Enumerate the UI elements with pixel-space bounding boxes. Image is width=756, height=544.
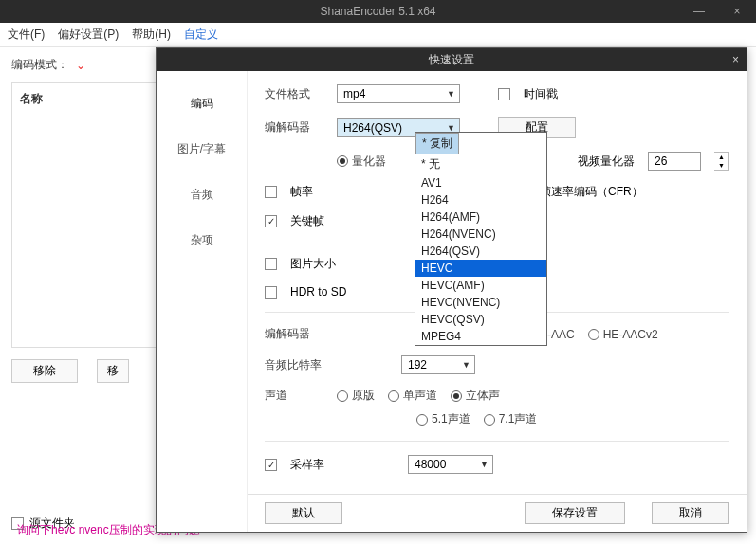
remove-button[interactable]: 移除 [11,359,78,383]
codec-option[interactable]: H264(NVENC) [415,226,546,243]
codec-dropdown[interactable]: * 复制 * 无 AV1 H264 H264(AMF) H264(NVENC) … [415,132,547,346]
dialog-tabs: 编码 图片/字幕 音频 杂项 [157,71,248,532]
fps-checkbox[interactable] [265,186,277,198]
hdr-checkbox[interactable] [265,286,277,299]
channel-label: 声道 [265,388,323,404]
codec-option[interactable]: * 无 [415,154,546,174]
dialog-title: 快速设置 [429,52,474,68]
app-title: ShanaEncoder 5.1 x64 [320,5,435,18]
audio-bitrate-select[interactable]: 192 ▼ [401,355,475,374]
codec-option[interactable]: AV1 [415,174,546,191]
codec-label: 编解码器 [265,119,323,136]
codec-option[interactable]: HEVC(NVENC) [415,294,546,311]
video-quantizer-input[interactable]: 26 [648,152,701,171]
tab-misc[interactable]: 杂项 [157,217,247,263]
channel-71-radio[interactable]: 7.1声道 [484,411,538,427]
menu-file[interactable]: 文件(F) [8,27,45,43]
chevron-down-icon: ▼ [447,123,455,133]
codec-option[interactable]: H264 [415,191,546,209]
close-button[interactable]: × [718,0,756,23]
video-quantizer-label: 视频量化器 [578,154,635,170]
keyframe-checkbox[interactable] [265,215,277,227]
encode-mode-label: 编码模式： [11,57,68,73]
channel-stereo-radio[interactable]: 立体声 [451,388,500,404]
samplerate-value: 48000 [415,458,446,471]
tab-audio[interactable]: 音频 [157,172,247,217]
hdr-label: HDR to SD [290,285,346,299]
channel-mono-radio[interactable]: 单声道 [388,388,437,404]
dialog-content: 文件格式 mp4 ▼ 时间戳 编解码器 H264(QSV) ▼ 配置 [248,71,747,532]
mode-caret-icon[interactable]: ⌄ [76,59,85,72]
main-titlebar: ShanaEncoder 5.1 x64 — × [0,0,756,23]
channel-orig-radio[interactable]: 原版 [337,388,375,404]
menu-custom[interactable]: 自定义 [184,27,218,43]
dialog-close-button[interactable]: × [732,53,739,66]
chevron-down-icon: ▼ [447,89,455,99]
file-format-value: mp4 [343,87,365,100]
default-button[interactable]: 默认 [265,502,342,524]
keyframe-label: 关键帧 [290,213,324,229]
chevron-down-icon: ▼ [462,360,470,370]
codec-option[interactable]: HEVC [415,260,546,277]
codec-option[interactable]: HEVC(AMF) [415,277,546,294]
dialog-footer: 默认 保存设置 取消 [248,494,747,532]
menu-pref[interactable]: 偏好设置(P) [58,27,119,43]
timestamp-checkbox[interactable] [498,88,510,100]
codec-option[interactable]: H264(QSV) [415,243,546,260]
channel-51-radio[interactable]: 5.1声道 [416,411,470,427]
dialog-titlebar: 快速设置 × [157,48,747,71]
codec-option[interactable]: MPEG4 [415,328,546,345]
menu-bar: 文件(F) 偏好设置(P) 帮助(H) 自定义 [0,23,756,47]
file-format-select[interactable]: mp4 ▼ [337,84,460,103]
aac-he2-radio[interactable]: HE-AACv2 [588,328,658,341]
cancel-button[interactable]: 取消 [652,502,729,524]
audio-bitrate-label: 音频比特率 [265,357,337,373]
timestamp-label: 时间戳 [524,86,558,102]
codec-option[interactable]: H264(AMF) [415,209,546,226]
picsize-checkbox[interactable] [265,258,277,270]
samplerate-select[interactable]: 48000 ▼ [408,455,493,474]
picsize-label: 图片大小 [290,256,336,272]
fps-label: 帧率 [290,184,313,200]
file-format-label: 文件格式 [265,86,323,102]
quantizer-radio[interactable]: 量化器 [337,154,386,170]
audio-codec-label: 编解码器 [265,326,323,342]
remove-button-2[interactable]: 移 [97,359,129,383]
video-quantizer-spinner[interactable]: ▲▼ [714,152,729,171]
codec-value: H264(QSV) [343,121,402,135]
codec-option[interactable]: * 复制 [415,133,459,154]
minimize-button[interactable]: — [680,0,718,23]
quick-settings-dialog: 快速设置 × 编码 图片/字幕 音频 杂项 文件格式 mp4 ▼ 时间戳 编解码… [156,47,747,533]
tab-encode[interactable]: 编码 [157,81,247,126]
samplerate-checkbox[interactable] [265,459,277,471]
codec-option[interactable]: HEVC(QSV) [415,311,546,328]
menu-help[interactable]: 帮助(H) [132,27,171,43]
samplerate-label: 采样率 [290,457,324,473]
save-settings-button[interactable]: 保存设置 [525,502,625,524]
tab-picture-subtitle[interactable]: 图片/字幕 [157,126,247,172]
chevron-down-icon: ▼ [480,460,489,469]
audio-bitrate-value: 192 [408,358,427,372]
